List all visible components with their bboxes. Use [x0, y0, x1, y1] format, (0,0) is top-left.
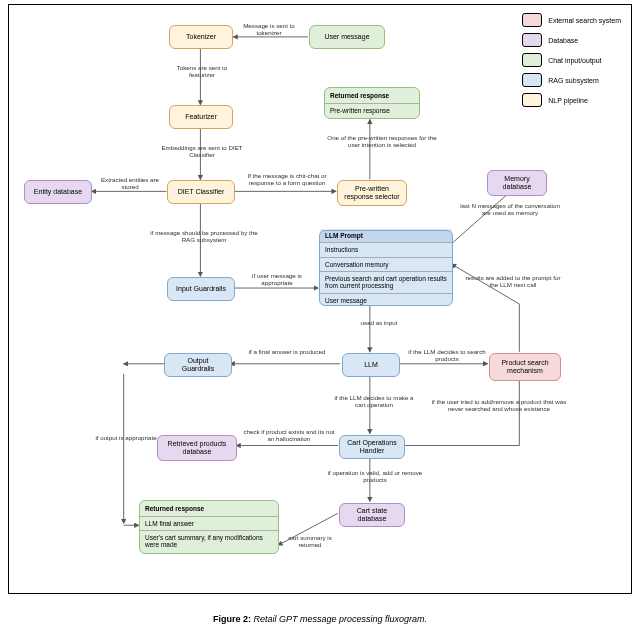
node-llm: LLM — [342, 353, 400, 377]
node-row: Instructions — [320, 242, 452, 256]
node-output-guardrails: Output Guardrails — [164, 353, 232, 377]
edge-label: Embeddings are sent to DIET Classifier — [157, 145, 247, 159]
node-label: Cart state database — [346, 507, 398, 523]
legend-swatch — [522, 33, 542, 47]
node-prewritten-selector: Pre-written response selector — [337, 180, 407, 206]
node-diet-classifier: DIET Classifier — [167, 180, 235, 204]
edge-label: if user message is appropriate — [241, 273, 313, 287]
caption-text: Retail GPT message processing fluxogram. — [253, 614, 427, 624]
node-row: User's cart summary, if any modification… — [140, 530, 278, 552]
node-label: Tokenizer — [186, 33, 216, 41]
node-label: Retrieved products database — [164, 440, 230, 456]
node-label: Product search mechanism — [496, 359, 554, 375]
node-user-message: User message — [309, 25, 385, 49]
edge-label: Tokens are sent to featurizer — [169, 65, 235, 79]
node-returned-final: Returned response LLM final answer User'… — [139, 500, 279, 554]
edge-label: if the LLM decides to make a cart operat… — [329, 395, 419, 409]
node-product-search: Product search mechanism — [489, 353, 561, 381]
node-label: LLM — [364, 361, 378, 369]
edge-label: If the message is chit-chat or response … — [241, 173, 333, 187]
node-row: Previous search and cart operation resul… — [320, 271, 452, 293]
legend-label: Database — [548, 37, 578, 44]
edge-label: Extracted entities are stored — [97, 177, 163, 191]
edge-label: if operation is valid, add or remove pro… — [327, 470, 423, 484]
node-cart-state-db: Cart state database — [339, 503, 405, 527]
node-entity-database: Entity database — [24, 180, 92, 204]
node-row: User message — [320, 293, 452, 307]
legend-label: RAG subsystem — [548, 77, 599, 84]
legend-label: NLP pipeline — [548, 97, 588, 104]
legend-swatch — [522, 93, 542, 107]
node-label: Pre-written response selector — [344, 185, 400, 201]
edge-label: if the LLM decides to search products — [407, 349, 487, 363]
node-label: Cart Operations Handler — [346, 439, 398, 455]
node-memory-database: Memory database — [487, 170, 547, 196]
node-title: Returned response — [325, 89, 419, 102]
node-label: Entity database — [34, 188, 82, 196]
legend-item: RAG subsystem — [522, 73, 621, 87]
legend: External search system Database Chat inp… — [522, 13, 621, 107]
legend-label: External search system — [548, 17, 621, 24]
node-tokenizer: Tokenizer — [169, 25, 233, 49]
edge-label: cart summary is returned — [285, 535, 335, 549]
node-input-guardrails: Input Guardrails — [167, 277, 235, 301]
node-title: LLM Prompt — [320, 229, 452, 242]
legend-swatch — [522, 53, 542, 67]
node-label: DIET Classifier — [178, 188, 225, 196]
edge-label: results are added to the prompt for the … — [461, 275, 565, 289]
edge-label: Message is sent to tokenizer — [239, 23, 299, 37]
node-cart-ops-handler: Cart Operations Handler — [339, 435, 405, 459]
legend-item: NLP pipeline — [522, 93, 621, 107]
edge-label: check if product exists and its not an h… — [241, 429, 337, 443]
node-llm-prompt: LLM Prompt Instructions Conversation mem… — [319, 230, 453, 306]
edge-label: last N messages of the conversation are … — [455, 203, 565, 217]
legend-label: Chat input/output — [548, 57, 601, 64]
node-returned-prewritten: Returned response Pre-written response — [324, 87, 420, 119]
edge-label: if a final answer is produced — [241, 349, 333, 356]
node-title: Returned response — [140, 502, 278, 515]
node-retrieved-db: Retrieved products database — [157, 435, 237, 461]
legend-item: Database — [522, 33, 621, 47]
node-label: Featurizer — [185, 113, 217, 121]
node-label: Input Guardrails — [176, 285, 226, 293]
legend-item: External search system — [522, 13, 621, 27]
figure-caption: Figure 2: Retail GPT message processing … — [0, 614, 640, 624]
legend-item: Chat input/output — [522, 53, 621, 67]
edge-label: if message should be processed by the RA… — [149, 230, 259, 244]
legend-swatch — [522, 73, 542, 87]
node-label: Memory database — [494, 175, 540, 191]
legend-swatch — [522, 13, 542, 27]
node-label: User message — [324, 33, 369, 41]
edge-label: One of the pre-written responses for the… — [327, 135, 437, 149]
edge-label: if the user tried to add/remove a produc… — [429, 399, 569, 413]
caption-label: Figure 2: — [213, 614, 251, 624]
node-featurizer: Featurizer — [169, 105, 233, 129]
node-row: LLM final answer — [140, 516, 278, 530]
node-row: Conversation memory — [320, 257, 452, 271]
edge-label: used as input — [349, 320, 409, 327]
edge-label: if output is appropriate — [91, 435, 161, 442]
node-sublabel: Pre-written response — [325, 103, 419, 117]
node-label: Output Guardrails — [171, 357, 225, 373]
